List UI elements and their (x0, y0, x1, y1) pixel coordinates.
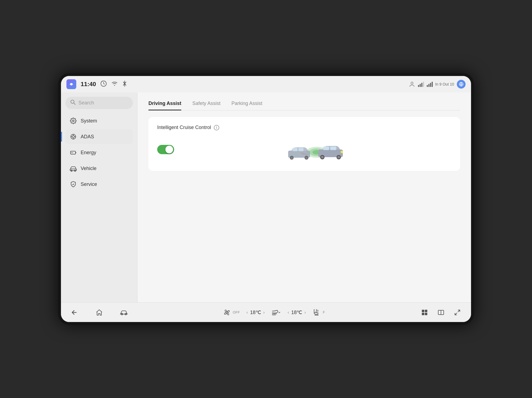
fan-control[interactable]: OFF (223, 309, 240, 316)
svg-rect-51 (425, 310, 427, 312)
sidebar-item-energy[interactable]: Energy (65, 145, 133, 160)
grid-view-button[interactable] (419, 307, 430, 318)
split-view-button[interactable] (435, 307, 446, 318)
right-temp-control: ‹ 18℃ › (288, 309, 306, 315)
person-icon (409, 81, 415, 87)
seat-heat-label: F (323, 310, 325, 314)
search-icon (70, 99, 76, 106)
right-temp-display: 18℃ (291, 309, 302, 315)
bluetooth-icon (122, 80, 127, 88)
svg-rect-39 (341, 151, 343, 153)
right-temp-decrease[interactable]: ‹ (288, 310, 289, 315)
toggle-knob (165, 146, 173, 153)
content-area: Driving Assist Safety Assist Parking Ass… (138, 92, 471, 302)
vehicle-icon (70, 165, 77, 172)
svg-rect-7 (428, 84, 429, 87)
update-icon (100, 80, 107, 88)
service-label: Service (81, 182, 97, 187)
bottom-nav (69, 307, 129, 318)
clock-display: 11:40 (81, 81, 96, 88)
status-right: In 9 Out 10 (409, 80, 466, 89)
fan-off-label: OFF (233, 310, 240, 314)
sidebar-item-vehicle[interactable]: Vehicle (65, 161, 133, 176)
tab-bar: Driving Assist Safety Assist Parking Ass… (148, 101, 460, 110)
svg-rect-6 (427, 85, 428, 87)
network-bars-icon (426, 81, 432, 87)
svg-rect-2 (418, 85, 419, 87)
svg-point-44 (291, 157, 293, 159)
adas-icon (70, 133, 77, 140)
signal-icon (418, 81, 424, 87)
info-icon[interactable]: i (214, 125, 219, 130)
svg-line-13 (74, 103, 75, 105)
svg-rect-9 (432, 82, 433, 87)
icc-toggle[interactable] (157, 145, 174, 154)
car-infotainment-screen: 11:40 (58, 73, 474, 325)
wifi-icon (111, 81, 118, 87)
energy-label: Energy (81, 150, 96, 156)
svg-rect-4 (421, 83, 422, 87)
bottom-bar: OFF ‹ 18℃ › (61, 302, 471, 322)
fullscreen-button[interactable] (452, 307, 463, 318)
sidebar-item-adas[interactable]: ADAS (65, 129, 133, 144)
svg-rect-50 (422, 310, 424, 312)
left-temp-display: 18℃ (250, 309, 261, 315)
app-logo (66, 79, 76, 89)
car-illustration (185, 136, 451, 163)
svg-point-1 (411, 82, 413, 84)
left-temp-control: ‹ 18℃ › (246, 309, 265, 315)
sidebar-item-service[interactable]: Service (65, 177, 133, 192)
svg-point-36 (321, 156, 324, 159)
right-controls (419, 307, 463, 318)
search-input[interactable]: Search (78, 100, 94, 106)
right-temp-increase[interactable]: › (304, 310, 306, 315)
sidebar-item-system[interactable]: System (65, 113, 133, 128)
icc-card: Intelligent Cruise Control i (148, 117, 460, 171)
tab-driving-assist[interactable]: Driving Assist (148, 101, 181, 110)
vehicle-label: Vehicle (81, 166, 97, 171)
seat-heat-control[interactable]: F (312, 309, 325, 316)
svg-point-46 (305, 157, 308, 159)
climate-controls: OFF ‹ 18℃ › (223, 309, 325, 316)
tab-parking-assist[interactable]: Parking Assist (231, 101, 262, 110)
sidebar: Search System (61, 92, 138, 302)
svg-point-12 (71, 100, 74, 103)
icc-title: Intelligent Cruise Control (157, 125, 211, 130)
tab-safety-assist[interactable]: Safety Assist (192, 101, 220, 110)
status-left: 11:40 (66, 79, 127, 89)
adas-label: ADAS (81, 134, 94, 140)
search-bar[interactable]: Search (65, 97, 133, 109)
driving-mode-button[interactable] (118, 307, 129, 318)
left-temp-increase[interactable]: › (263, 310, 265, 315)
svg-rect-42 (299, 148, 303, 151)
cruise-control-cars-svg (285, 137, 351, 162)
svg-rect-53 (425, 313, 427, 315)
svg-rect-3 (420, 84, 421, 87)
airflow-control[interactable] (271, 309, 281, 316)
left-temp-decrease[interactable]: ‹ (246, 310, 248, 315)
service-icon (70, 181, 77, 188)
back-button[interactable] (69, 307, 80, 318)
system-icon (70, 117, 77, 124)
status-bar: 11:40 (61, 76, 471, 92)
svg-rect-8 (430, 83, 431, 87)
system-label: System (81, 118, 97, 124)
svg-rect-52 (422, 313, 424, 315)
svg-rect-41 (293, 148, 297, 151)
svg-point-16 (72, 136, 74, 138)
svg-rect-34 (330, 147, 336, 150)
network-label: In 9 Out 10 (435, 82, 454, 86)
svg-point-38 (337, 156, 340, 159)
svg-point-14 (72, 120, 74, 122)
energy-icon (70, 149, 77, 156)
home-button[interactable] (94, 307, 105, 318)
svg-rect-33 (323, 147, 329, 150)
svg-rect-5 (423, 82, 424, 87)
globe-button[interactable] (457, 80, 466, 89)
